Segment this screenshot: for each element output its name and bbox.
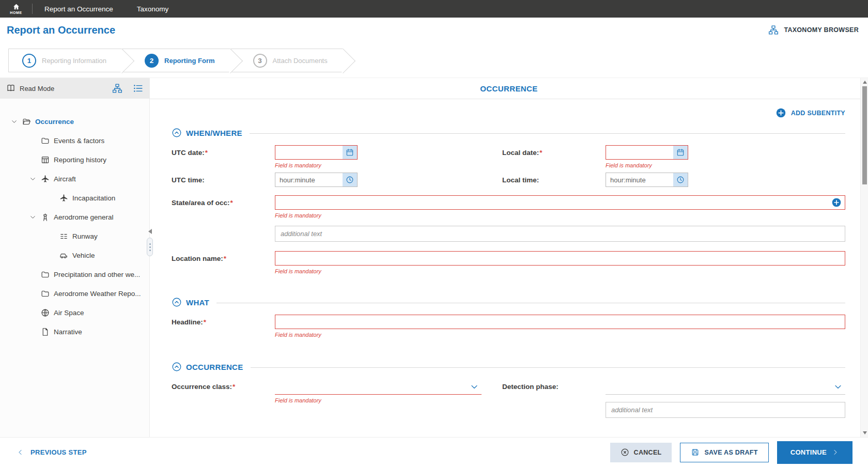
previous-step-button[interactable]: PREVIOUS STEP (17, 448, 87, 456)
add-subentity-label: ADD SUBENTITY (791, 110, 845, 117)
local-date-input[interactable] (606, 146, 673, 159)
add-subentity-button[interactable]: ADD SUBENTITY (776, 107, 845, 118)
sidebar-item-runway[interactable]: Runway (0, 227, 149, 246)
calendar-button[interactable] (673, 146, 688, 159)
sidebar-item-label: Events & factors (54, 137, 104, 145)
calendar-icon (346, 148, 354, 157)
scroll-down-icon[interactable] (863, 431, 867, 434)
drag-grip-icon[interactable] (147, 238, 153, 256)
x-circle-icon (621, 448, 629, 457)
home-button[interactable]: HOME (0, 0, 32, 18)
step-reporting-form[interactable]: 2 Reporting Form (122, 49, 230, 72)
occurrence-class-row: Occurrence class:* Field is mandatory De… (172, 379, 845, 418)
sidebar-item-label: Runway (72, 232, 98, 240)
chevron-up-circle-icon (172, 362, 182, 372)
reporting-form-content: OCCURRENCE ADD SUBENTITY WHEN/WHERE UTC … (150, 78, 868, 437)
tree-view-button[interactable] (112, 83, 122, 94)
sidebar-collapse-handle[interactable] (147, 229, 153, 256)
previous-step-label: PREVIOUS STEP (30, 448, 87, 456)
local-time-cell (606, 173, 845, 187)
sidebar-item-incapacitation[interactable]: Incapacitation (0, 189, 149, 208)
sidebar-item-precipitation[interactable]: Precipitation and other we... (0, 265, 149, 284)
utc-time-label: UTC time: (172, 173, 275, 184)
required-mark: * (204, 318, 206, 326)
chevron-down-icon[interactable] (26, 213, 39, 221)
sidebar-item-aerodrome-general[interactable]: Aerodrome general (0, 208, 149, 227)
save-icon (691, 448, 700, 457)
sidebar-item-label: Precipitation and other we... (54, 271, 140, 278)
location-name-input[interactable] (275, 251, 845, 266)
clock-icon (676, 176, 685, 184)
local-time-input[interactable] (606, 173, 673, 186)
folder-icon (39, 270, 51, 279)
cancel-button[interactable]: CANCEL (610, 443, 672, 462)
list-view-button[interactable] (133, 83, 143, 94)
sidebar-item-aircraft[interactable]: Aircraft (0, 169, 149, 189)
taxonomy-browser-button[interactable]: TAXONOMY BROWSER (768, 25, 859, 35)
headline-cell: Field is mandatory (275, 315, 845, 339)
calendar-icon (676, 148, 685, 157)
tower-icon (39, 213, 51, 222)
local-time-label: Local time: (502, 173, 606, 184)
state-area-additional-input[interactable] (275, 226, 845, 242)
sidebar-item-events-factors[interactable]: Events & factors (0, 131, 149, 150)
sidebar-item-narrative[interactable]: Narrative (0, 322, 149, 341)
required-mark: * (539, 149, 542, 157)
page-title: Report an Occurrence (7, 24, 115, 36)
collapse-left-icon[interactable] (148, 229, 152, 234)
required-mark: * (233, 383, 235, 391)
headline-input[interactable] (275, 315, 845, 329)
chevron-down-icon (833, 382, 843, 392)
chevron-down-icon[interactable] (8, 118, 20, 126)
cancel-label: CANCEL (634, 449, 662, 456)
detection-phase-select[interactable] (606, 379, 845, 395)
sidebar-item-aerodrome-weather-report[interactable]: Aerodrome Weather Repo... (0, 284, 149, 303)
sidebar-item-vehicle[interactable]: Vehicle (0, 246, 149, 265)
sidebar-item-air-space[interactable]: Air Space (0, 303, 149, 322)
continue-button[interactable]: CONTINUE (777, 441, 853, 464)
occurrence-class-label: Occurrence class:* (172, 379, 275, 391)
calendar-button[interactable] (343, 146, 357, 159)
read-mode-toggle[interactable]: Read Mode (20, 85, 102, 92)
scrollbar-thumb[interactable] (862, 86, 867, 184)
section-divider (216, 303, 845, 303)
vehicle-icon (57, 251, 70, 260)
aircraft-icon (39, 175, 51, 183)
utc-date-input[interactable] (275, 146, 343, 159)
wizard-footer: PREVIOUS STEP CANCEL SAVE AS DRAFT CONTI… (0, 437, 868, 467)
utc-time-input[interactable] (275, 173, 343, 186)
sidebar-item-label: Aerodrome general (54, 213, 114, 221)
sidebar-item-reporting-history[interactable]: Reporting history (0, 150, 149, 169)
nav-item-report-occurrence[interactable]: Report an Occurrence (33, 0, 125, 18)
continue-label: CONTINUE (791, 448, 827, 456)
clock-button[interactable] (343, 173, 357, 186)
save-as-draft-button[interactable]: SAVE AS DRAFT (680, 443, 768, 462)
step-attach-documents[interactable]: 3 Attach Documents (230, 49, 343, 72)
mandatory-field-note: Field is mandatory (275, 332, 845, 338)
mandatory-field-note: Field is mandatory (275, 397, 502, 403)
utc-time-cell (275, 173, 502, 187)
collapse-section-button[interactable] (172, 128, 182, 138)
local-date-cell: Field is mandatory (606, 145, 845, 169)
required-mark: * (205, 149, 208, 157)
detection-phase-cell (606, 379, 845, 418)
entity-divider (150, 99, 868, 99)
state-area-input[interactable] (275, 195, 845, 210)
home-label: HOME (10, 11, 22, 14)
taxonomy-browser-label: TAXONOMY BROWSER (784, 26, 859, 34)
occurrence-class-select[interactable] (275, 379, 482, 395)
section-header-when-where: WHEN/WHERE (172, 128, 845, 138)
collapse-section-button[interactable] (172, 297, 182, 307)
sidebar-item-occurrence[interactable]: Occurrence (0, 112, 149, 131)
collapse-section-button[interactable] (172, 362, 182, 372)
add-state-button[interactable] (831, 197, 842, 208)
chevron-down-icon[interactable] (26, 175, 39, 183)
content-scrollbar[interactable] (860, 78, 868, 437)
chevron-down-icon (469, 382, 479, 392)
scroll-up-icon[interactable] (863, 81, 867, 84)
clock-button[interactable] (673, 173, 688, 186)
step-reporting-information[interactable]: 1 Reporting Information (8, 49, 122, 72)
detection-phase-additional-input[interactable] (606, 402, 845, 418)
folder-icon (39, 289, 51, 298)
nav-item-taxonomy[interactable]: Taxonomy (125, 0, 181, 18)
